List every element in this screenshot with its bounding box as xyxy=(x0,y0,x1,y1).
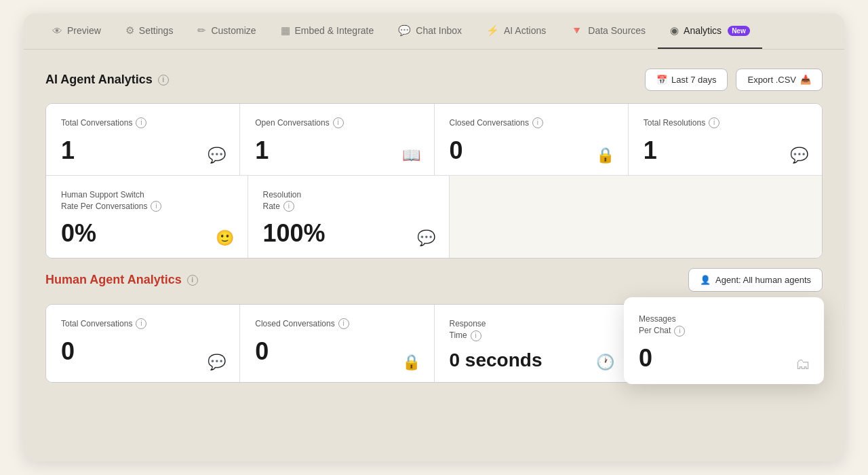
ai-total-resolutions-value: 1 xyxy=(644,138,807,163)
analytics-new-badge: New xyxy=(728,26,750,36)
human-section-header: Human Agent Analytics i 👤 Agent: All hum… xyxy=(45,268,823,292)
human-closed-conv-info-icon[interactable]: i xyxy=(338,318,349,329)
customize-icon: ✏ xyxy=(197,24,206,37)
main-content: AI Agent Analytics i 📅 Last 7 days Expor… xyxy=(24,50,844,411)
ai-resolution-rate-value: 100% xyxy=(263,221,435,246)
tab-data-sources[interactable]: 🔻 Data Sources xyxy=(558,14,658,49)
download-icon: 📥 xyxy=(800,75,811,85)
human-total-conversations-card: Total Conversations i 0 💬 xyxy=(46,305,240,382)
messages-per-chat-floating-card: Messages Per Chat i 0 🗂 xyxy=(624,297,824,384)
human-closed-conv-icon: 🔒 xyxy=(402,354,420,371)
human-response-time-card: Response Time i 0 seconds 🕐 xyxy=(435,305,629,382)
settings-icon: ⚙ xyxy=(125,24,134,37)
chat-inbox-icon: 💬 xyxy=(398,24,411,37)
data-sources-icon: 🔻 xyxy=(570,24,583,37)
ai-section-controls: 📅 Last 7 days Export .CSV 📥 xyxy=(645,69,823,91)
ai-empty-card xyxy=(450,176,822,259)
nav-tabs: 👁 Preview ⚙ Settings ✏ Customize ▦ Embed… xyxy=(24,14,844,50)
calendar-icon: 📅 xyxy=(656,75,667,85)
ai-title-info-icon[interactable]: i xyxy=(158,75,169,86)
embed-icon: ▦ xyxy=(281,24,290,37)
human-total-conv-info-icon[interactable]: i xyxy=(136,318,146,329)
agent-icon: 👤 xyxy=(700,275,711,285)
messages-per-chat-value: 0 xyxy=(639,346,809,370)
date-range-button[interactable]: 📅 Last 7 days xyxy=(645,69,728,91)
ai-section-header: AI Agent Analytics i 📅 Last 7 days Expor… xyxy=(45,69,823,91)
human-section-controls: 👤 Agent: All human agents xyxy=(688,268,823,292)
human-switch-info-icon[interactable]: i xyxy=(151,201,161,212)
resolutions-icon: 💬 xyxy=(790,147,808,164)
human-total-conversations-value: 0 xyxy=(61,339,224,364)
closed-conv-info-icon[interactable]: i xyxy=(532,117,543,128)
ai-open-conversations-card: Open Conversations i 1 📖 xyxy=(240,104,434,176)
ai-total-resolutions-card: Total Resolutions i 1 💬 xyxy=(629,104,822,176)
open-conv-info-icon[interactable]: i xyxy=(333,117,344,128)
analytics-icon: ◉ xyxy=(670,24,679,37)
tab-customize[interactable]: ✏ Customize xyxy=(185,14,268,49)
human-section-title: Human Agent Analytics i xyxy=(45,273,198,287)
ai-resolution-rate-card: Resolution Rate i 100% 💬 xyxy=(248,176,450,259)
messages-per-chat-info-icon[interactable]: i xyxy=(674,326,685,337)
human-title-info-icon[interactable]: i xyxy=(187,275,198,286)
ai-total-conversations-value: 1 xyxy=(61,138,224,163)
agent-filter-button[interactable]: 👤 Agent: All human agents xyxy=(688,268,823,292)
preview-icon: 👁 xyxy=(52,25,62,37)
ai-human-support-switch-value: 0% xyxy=(61,221,233,246)
human-section: Human Agent Analytics i 👤 Agent: All hum… xyxy=(45,268,823,383)
ai-cards-grid: Total Conversations i 1 💬 Open Conversat… xyxy=(45,103,823,259)
response-time-info-icon[interactable]: i xyxy=(471,330,481,341)
response-time-icon: 🕐 xyxy=(596,354,614,371)
tab-embed[interactable]: ▦ Embed & Integrate xyxy=(269,14,387,49)
human-closed-conversations-card: Closed Conversations i 0 🔒 xyxy=(240,305,434,382)
ai-section-title: AI Agent Analytics i xyxy=(45,73,169,87)
human-total-conv-icon: 💬 xyxy=(208,354,226,371)
human-grid-wrapper: Total Conversations i 0 💬 Closed Convers… xyxy=(45,304,823,383)
tab-chat-inbox[interactable]: 💬 Chat Inbox xyxy=(386,14,474,49)
ai-total-conversations-card: Total Conversations i 1 💬 xyxy=(46,104,240,176)
tab-ai-actions[interactable]: ⚡ AI Actions xyxy=(474,14,558,49)
closed-conv-icon: 🔒 xyxy=(596,147,614,164)
app-container: 👁 Preview ⚙ Settings ✏ Customize ▦ Embed… xyxy=(24,14,844,461)
resolution-rate-icon: 💬 xyxy=(417,229,435,247)
resolutions-info-icon[interactable]: i xyxy=(709,117,719,128)
messages-per-chat-icon: 🗂 xyxy=(795,356,810,373)
ai-actions-icon: ⚡ xyxy=(486,24,499,37)
tab-settings[interactable]: ⚙ Settings xyxy=(113,14,186,49)
human-closed-conversations-value: 0 xyxy=(255,339,418,364)
tab-preview[interactable]: 👁 Preview xyxy=(40,14,113,49)
resolution-rate-info-icon[interactable]: i xyxy=(283,201,294,212)
ai-human-support-switch-card: Human Support Switch Rate Per Conversati… xyxy=(46,176,248,259)
ai-closed-conversations-value: 0 xyxy=(450,138,613,163)
human-switch-icon: 🙂 xyxy=(216,229,234,247)
export-csv-button[interactable]: Export .CSV 📥 xyxy=(736,69,823,91)
total-conv-info-icon[interactable]: i xyxy=(136,117,146,128)
ai-open-conversations-value: 1 xyxy=(255,138,418,163)
human-response-time-value: 0 seconds xyxy=(450,351,613,370)
ai-closed-conversations-card: Closed Conversations i 0 🔒 xyxy=(435,104,629,176)
ai-cards-row-2: Human Support Switch Rate Per Conversati… xyxy=(46,176,822,259)
total-conv-icon: 💬 xyxy=(208,147,226,164)
open-conv-icon: 📖 xyxy=(402,147,420,164)
ai-cards-row-1: Total Conversations i 1 💬 Open Conversat… xyxy=(46,104,822,176)
tab-analytics[interactable]: ◉ Analytics New xyxy=(658,14,762,49)
